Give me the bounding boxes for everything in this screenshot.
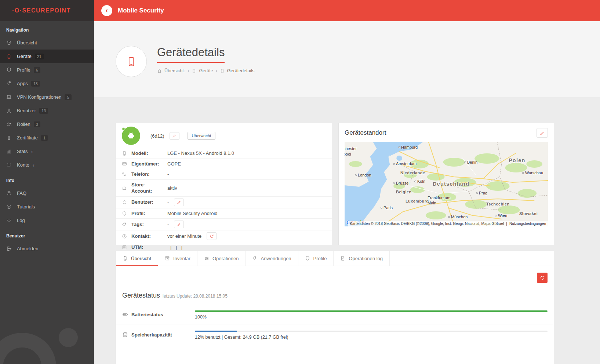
securepoint-watermark-dot bbox=[59, 328, 78, 347]
status-title-text: Gerätestatus bbox=[122, 292, 160, 299]
monitored-badge: Überwacht bbox=[188, 132, 216, 140]
breadcrumb: Übersicht: › Geräte › Gerätedetails bbox=[157, 68, 254, 73]
phone-handset-icon bbox=[122, 172, 128, 177]
device-row-profil: Profil: Mobile Security Android bbox=[116, 208, 332, 219]
row-value: - bbox=[167, 200, 169, 205]
laptop-icon bbox=[6, 94, 12, 100]
map-label: Prag bbox=[476, 191, 487, 195]
device-row-utm: UTM: - | - | - | - bbox=[116, 242, 332, 252]
battery-icon bbox=[122, 312, 128, 317]
map-label: Warschau bbox=[522, 171, 543, 175]
terms-link[interactable]: Nutzungsbedingungen bbox=[509, 222, 546, 226]
breadcrumb-uebersicht[interactable]: Übersicht: bbox=[164, 68, 185, 73]
page-title: Gerätedetails bbox=[157, 46, 225, 63]
page-icon-circle bbox=[116, 46, 147, 77]
map-label: chester bbox=[345, 146, 357, 151]
tag-icon bbox=[252, 256, 257, 261]
sidebar-item-geraete[interactable]: Geräte 21 bbox=[0, 50, 94, 63]
back-button[interactable]: ‹ bbox=[101, 5, 112, 16]
sidebar-item-vpn-konfigurationen[interactable]: VPN Konfigurationen 5 bbox=[0, 90, 94, 104]
sidebar-item-zertifikate[interactable]: Zertifikate 1 bbox=[0, 131, 94, 145]
device-row-eigentuemer: Eigentümer: COPE bbox=[116, 159, 332, 170]
sidebar-heading-benutzer: Benutzer bbox=[0, 227, 94, 242]
map-label: Paris bbox=[381, 205, 393, 210]
sidebar-item-benutzer[interactable]: Benutzer 13 bbox=[0, 104, 94, 117]
edit-tags-button[interactable] bbox=[174, 221, 184, 228]
app-window: ·O·SECUREPOINT Navigation Übersicht Gerä… bbox=[0, 0, 600, 364]
edit-location-button[interactable] bbox=[537, 128, 548, 138]
edit-user-button[interactable] bbox=[174, 199, 184, 206]
sidebar-item-uebersicht[interactable]: Übersicht bbox=[0, 36, 94, 50]
sidebar-item-faq[interactable]: FAQ bbox=[0, 186, 94, 200]
id-card-icon bbox=[122, 161, 128, 166]
tab-label: Anwendungen bbox=[261, 256, 291, 261]
tab-operationen-log[interactable]: Operationen log bbox=[334, 251, 390, 266]
row-value: aktiv bbox=[167, 185, 177, 191]
shield-icon bbox=[6, 67, 12, 73]
sidebar-item-label: Apps bbox=[17, 81, 28, 86]
row-label: Tags: bbox=[131, 221, 165, 228]
sidebar-heading-info: Info bbox=[0, 172, 94, 186]
map-label: Berlin bbox=[464, 160, 477, 164]
status-section-title: Gerätestatusletztes Update: 28.08.2018 1… bbox=[122, 292, 548, 299]
chevron-left-icon: ‹ bbox=[31, 149, 33, 154]
phone-icon bbox=[220, 69, 225, 73]
chevron-left-icon: ‹ bbox=[33, 163, 34, 168]
sidebar-item-label: Tutorials bbox=[17, 204, 35, 210]
phone-icon bbox=[122, 151, 128, 156]
sidebar-item-label: Zertifikate bbox=[17, 135, 38, 141]
info-icon bbox=[6, 162, 12, 168]
tab-anwendungen[interactable]: Anwendungen bbox=[246, 251, 298, 266]
count-badge: 3 bbox=[34, 121, 40, 127]
status-row-storage: Speicherkapazität 12% benutzt | Gesamt: … bbox=[116, 324, 554, 344]
device-row-benutzer: Benutzer: - bbox=[116, 197, 332, 208]
map-label: Frankfurt am Main bbox=[428, 196, 454, 206]
map-label: Tschechien bbox=[486, 202, 510, 206]
sidebar-item-label: Konto bbox=[17, 162, 29, 168]
sidebar-item-rollen[interactable]: Rollen 3 bbox=[0, 117, 94, 131]
map-label: Amsterdam bbox=[393, 161, 417, 166]
phone-icon bbox=[126, 56, 137, 67]
clock-icon bbox=[122, 234, 128, 239]
sidebar-item-profile[interactable]: Profile 6 bbox=[0, 63, 94, 77]
map-label: Polen bbox=[509, 157, 525, 163]
map-label: Deutschland bbox=[433, 181, 469, 187]
map-label: Niederlande bbox=[400, 171, 425, 175]
tab-operationen[interactable]: Operationen bbox=[197, 251, 246, 266]
sidebar-heading-navigation: Navigation bbox=[0, 21, 94, 36]
sidebar-item-label: Stats bbox=[17, 149, 28, 154]
tag-icon bbox=[122, 222, 128, 227]
map-label: Brüssel bbox=[393, 181, 410, 185]
android-icon bbox=[126, 131, 136, 141]
edit-device-name-button[interactable] bbox=[170, 132, 179, 140]
refresh-contact-button[interactable] bbox=[207, 232, 217, 240]
breadcrumb-geraete[interactable]: Geräte bbox=[199, 68, 213, 73]
tab-label: Profile bbox=[313, 256, 327, 261]
securepoint-watermark-ring bbox=[0, 333, 56, 364]
shopping-bag-icon bbox=[122, 185, 128, 190]
row-label: Modell: bbox=[131, 150, 165, 157]
row-value: - | - | - | - bbox=[167, 245, 185, 250]
map-canvas[interactable]: chester pool Hamburg Amsterdam Niederlan… bbox=[345, 142, 548, 226]
sidebar-item-konto[interactable]: Konto ‹ bbox=[0, 158, 94, 172]
user-icon bbox=[122, 200, 128, 205]
sidebar-item-apps[interactable]: Apps 13 bbox=[0, 77, 94, 90]
sidebar-item-tutorials[interactable]: Tutorials bbox=[0, 200, 94, 214]
breadcrumb-separator: › bbox=[216, 68, 217, 73]
count-badge: 6 bbox=[34, 67, 40, 73]
tab-label: Operationen bbox=[212, 256, 239, 261]
sidebar-item-abmelden[interactable]: Abmelden bbox=[0, 242, 94, 255]
refresh-status-button[interactable] bbox=[537, 273, 548, 283]
map-label: Belgien bbox=[396, 190, 412, 194]
count-badge: 1 bbox=[41, 135, 48, 141]
tab-profile[interactable]: Profile bbox=[298, 251, 334, 266]
row-value: - bbox=[167, 171, 169, 177]
refresh-icon bbox=[540, 275, 545, 280]
sidebar-item-log[interactable]: Log bbox=[0, 214, 94, 227]
count-badge: 21 bbox=[35, 54, 44, 59]
breadcrumb-current: Gerätedetails bbox=[227, 68, 254, 73]
sidebar-item-stats[interactable]: Stats ‹ bbox=[0, 145, 94, 158]
device-info-card: (6d12) Überwacht Modell: LGE - Nexus 5X … bbox=[116, 123, 332, 245]
tab-uebersicht[interactable]: Übersicht bbox=[116, 251, 158, 266]
tab-inventar[interactable]: Inventar bbox=[158, 251, 197, 266]
